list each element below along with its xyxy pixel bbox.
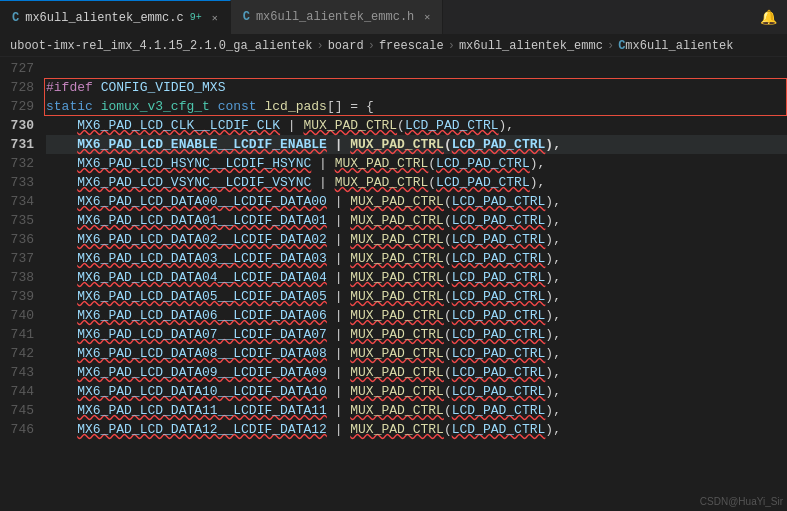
code-line-727 [46, 59, 787, 78]
token-lcd-pads: lcd_pads [264, 97, 326, 116]
code-line-734: MX6_PAD_LCD_DATA00__LCDIF_DATA00 | MUX_P… [46, 192, 787, 211]
tab-close-icon[interactable]: ✕ [212, 12, 218, 24]
breadcrumb-sep4: › [607, 39, 614, 53]
code-line-737: MX6_PAD_LCD_DATA03__LCDIF_DATA03 | MUX_P… [46, 249, 787, 268]
line-num-735: 735 [0, 211, 34, 230]
code-line-733: MX6_PAD_LCD_VSYNC__LCDIF_VSYNC | MUX_PAD… [46, 173, 787, 192]
tab-emmc-h[interactable]: C mx6ull_alientek_emmc.h ✕ [231, 0, 444, 34]
token-730-ctrl: LCD_PAD_CTRL [405, 116, 499, 135]
breadcrumb: uboot-imx-rel_imx_4.1.15_2.1.0_ga_alient… [0, 35, 787, 57]
line-num-733: 733 [0, 173, 34, 192]
line-num-741: 741 [0, 325, 34, 344]
token-730-pad: MX6_PAD_LCD_CLK__LCDIF_CLK [77, 116, 280, 135]
t-sp1 [93, 97, 101, 116]
watermark: CSDN@HuaYi_Sir [700, 496, 783, 507]
line-num-737: 737 [0, 249, 34, 268]
line-num-742: 742 [0, 344, 34, 363]
c-file-icon-h: C [243, 10, 250, 24]
token-iomux-type: iomux_v3_cfg_t [101, 97, 210, 116]
code-line-729: static iomux_v3_cfg_t const lcd_pads[] =… [46, 97, 787, 116]
code-line-732: MX6_PAD_LCD_HSYNC__LCDIF_HSYNC | MUX_PAD… [46, 154, 787, 173]
code-line-746: MX6_PAD_LCD_DATA12__LCDIF_DATA12 | MUX_P… [46, 420, 787, 439]
token-const: const [218, 97, 257, 116]
breadcrumb-sep3: › [448, 39, 455, 53]
line-num-728: 728 [0, 78, 34, 97]
editor-window: C mx6ull_alientek_emmc.c 9+ ✕ C mx6ull_a… [0, 0, 787, 511]
line-num-729: 729 [0, 97, 34, 116]
breadcrumb-part4: mx6ull_alientek_emmc [459, 39, 603, 53]
t-sp3 [257, 97, 265, 116]
token-730-fn: MUX_PAD_CTRL [303, 116, 397, 135]
token-space [93, 78, 101, 97]
line-num-736: 736 [0, 230, 34, 249]
line-num-746: 746 [0, 420, 34, 439]
token-731-ctrl: LCD_PAD_CTRL [452, 135, 546, 154]
line-num-732: 732 [0, 154, 34, 173]
tab-emmc-h-label: mx6ull_alientek_emmc.h [256, 10, 414, 24]
line-num-743: 743 [0, 363, 34, 382]
code-line-739: MX6_PAD_LCD_DATA05__LCDIF_DATA05 | MUX_P… [46, 287, 787, 306]
line-num-730: 730 [0, 116, 34, 135]
code-content: #ifdef CONFIG_VIDEO_MXS static iomux_v3_… [42, 57, 787, 511]
line-num-739: 739 [0, 287, 34, 306]
token-ifdef: #ifdef [46, 78, 93, 97]
line-num-738: 738 [0, 268, 34, 287]
line-num-744: 744 [0, 382, 34, 401]
line-num-734: 734 [0, 192, 34, 211]
token-731-fn: MUX_PAD_CTRL [350, 135, 444, 154]
tab-bar: C mx6ull_alientek_emmc.c 9+ ✕ C mx6ull_a… [0, 0, 787, 35]
t-sp2 [210, 97, 218, 116]
tab-badge: 9+ [190, 12, 202, 23]
line-num-740: 740 [0, 306, 34, 325]
breadcrumb-part1: uboot-imx-rel_imx_4.1.15_2.1.0_ga_alient… [10, 39, 312, 53]
breadcrumb-c-icon: C [618, 39, 625, 53]
token-731-pad: MX6_PAD_LCD_ENABLE__LCDIF_ENABLE [77, 135, 327, 154]
code-line-741: MX6_PAD_LCD_DATA07__LCDIF_DATA07 | MUX_P… [46, 325, 787, 344]
red-box: #ifdef CONFIG_VIDEO_MXS static iomux_v3_… [46, 78, 787, 116]
c-file-icon: C [12, 11, 19, 25]
tab-h-close-icon[interactable]: ✕ [424, 11, 430, 23]
breadcrumb-sep2: › [368, 39, 375, 53]
code-line-738: MX6_PAD_LCD_DATA04__LCDIF_DATA04 | MUX_P… [46, 268, 787, 287]
tab-emmc-c-label: mx6ull_alientek_emmc.c [25, 11, 183, 25]
code-area: 727 728 729 730 731 732 733 734 735 736 … [0, 57, 787, 511]
tab-bar-right: 🔔 [760, 9, 787, 26]
code-line-736: MX6_PAD_LCD_DATA02__LCDIF_DATA02 | MUX_P… [46, 230, 787, 249]
code-line-743: MX6_PAD_LCD_DATA09__LCDIF_DATA09 | MUX_P… [46, 363, 787, 382]
line-num-731: 731 [0, 135, 34, 154]
tabs-container: C mx6ull_alientek_emmc.c 9+ ✕ C mx6ull_a… [0, 0, 443, 34]
breadcrumb-part5: mx6ull_alientek [625, 39, 733, 53]
code-line-731: MX6_PAD_LCD_ENABLE__LCDIF_ENABLE | MUX_P… [46, 135, 787, 154]
code-line-744: MX6_PAD_LCD_DATA10__LCDIF_DATA10 | MUX_P… [46, 382, 787, 401]
token-bracket: [] = { [327, 97, 374, 116]
code-line-730: MX6_PAD_LCD_CLK__LCDIF_CLK | MUX_PAD_CTR… [46, 116, 787, 135]
code-line-735: MX6_PAD_LCD_DATA01__LCDIF_DATA01 | MUX_P… [46, 211, 787, 230]
token-config-video: CONFIG_VIDEO_MXS [101, 78, 226, 97]
breadcrumb-sep1: › [316, 39, 323, 53]
token-static: static [46, 97, 93, 116]
code-line-740: MX6_PAD_LCD_DATA06__LCDIF_DATA06 | MUX_P… [46, 306, 787, 325]
code-line-728: #ifdef CONFIG_VIDEO_MXS [46, 78, 787, 97]
code-line-742: MX6_PAD_LCD_DATA08__LCDIF_DATA08 | MUX_P… [46, 344, 787, 363]
line-num-745: 745 [0, 401, 34, 420]
line-numbers: 727 728 729 730 731 732 733 734 735 736 … [0, 57, 42, 511]
code-line-745: MX6_PAD_LCD_DATA11__LCDIF_DATA11 | MUX_P… [46, 401, 787, 420]
breadcrumb-part2: board [328, 39, 364, 53]
tab-emmc-c[interactable]: C mx6ull_alientek_emmc.c 9+ ✕ [0, 0, 231, 34]
notification-icon[interactable]: 🔔 [760, 9, 777, 26]
breadcrumb-part3: freescale [379, 39, 444, 53]
line-num-727: 727 [0, 59, 34, 78]
